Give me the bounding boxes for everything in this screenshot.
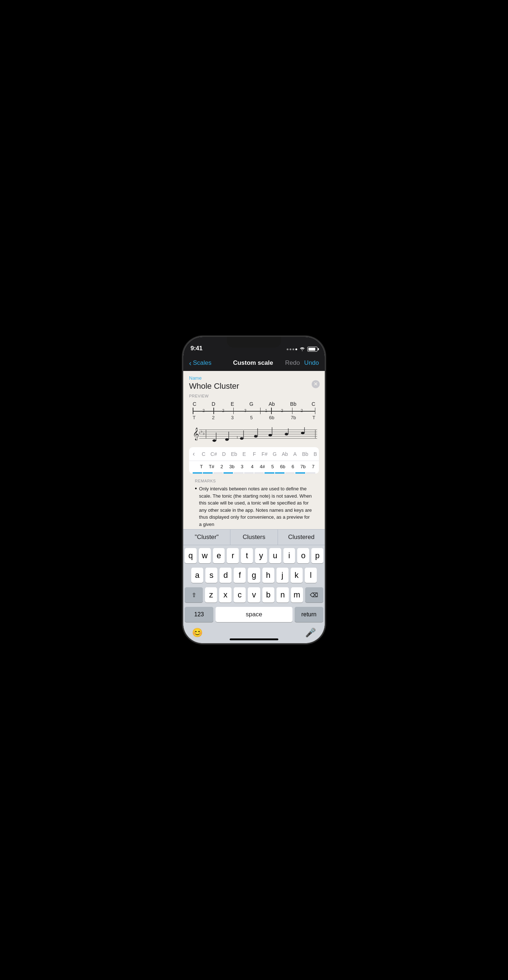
interval-3b[interactable]: 3b: [227, 461, 237, 472]
degree-6b: 6b: [269, 415, 274, 420]
note-Eb[interactable]: Eb: [229, 448, 239, 460]
key-b[interactable]: b: [262, 587, 274, 603]
backspace-button[interactable]: ⌫: [305, 587, 323, 603]
note-items: C C# D Eb E F F# G Ab A Bb B: [198, 448, 319, 460]
name-label: Name: [189, 375, 319, 381]
content-area: Name Whole Cluster ✕ PREVIEW C D E G Ab …: [183, 371, 325, 529]
key-j[interactable]: j: [276, 568, 289, 583]
back-button[interactable]: ‹ Scales: [189, 360, 221, 367]
note-A[interactable]: A: [290, 448, 300, 460]
note-G[interactable]: G: [270, 448, 280, 460]
key-l[interactable]: l: [305, 568, 317, 583]
svg-point-13: [225, 438, 229, 441]
key-z[interactable]: z: [205, 587, 217, 603]
staff-svg: 𝄞 ♭ ♭ ♭: [189, 423, 319, 445]
key-p[interactable]: p: [311, 548, 323, 563]
note-E[interactable]: E: [239, 448, 249, 460]
degree-T2: T: [313, 415, 315, 420]
interval-6[interactable]: 6: [288, 461, 298, 472]
note-D[interactable]: D: [219, 448, 229, 460]
key-i[interactable]: i: [283, 548, 295, 563]
autocomplete-bar: "Cluster" Clusters Clustered: [183, 529, 325, 545]
note-E: E: [231, 401, 234, 407]
key-o[interactable]: o: [297, 548, 309, 563]
status-time: 9:41: [190, 345, 202, 352]
key-s[interactable]: s: [205, 568, 217, 583]
note-B[interactable]: B: [310, 448, 319, 460]
key-y[interactable]: y: [255, 548, 267, 563]
interval-row: T T# 2 3b 3 4 4# 5 6b 6 7b 7: [189, 461, 319, 472]
svg-point-24: [301, 432, 305, 434]
interval-3[interactable]: 3: [237, 461, 247, 472]
svg-point-18: [254, 435, 258, 438]
key-u[interactable]: u: [269, 548, 281, 563]
note-Bb: Bb: [290, 401, 297, 407]
key-m[interactable]: m: [291, 587, 303, 603]
note-F[interactable]: F: [249, 448, 259, 460]
degree-3: 3: [231, 415, 234, 420]
key-a[interactable]: a: [191, 568, 203, 583]
key-e[interactable]: e: [213, 548, 225, 563]
key-h[interactable]: h: [262, 568, 274, 583]
return-button[interactable]: return: [295, 607, 323, 622]
indicator-7: [265, 472, 274, 474]
autocomplete-cluster-quoted[interactable]: "Cluster": [183, 530, 230, 545]
key-v[interactable]: v: [248, 587, 260, 603]
preview-section: PREVIEW C D E G Ab Bb C: [183, 394, 325, 529]
interval-4#[interactable]: 4#: [257, 461, 267, 472]
space-button[interactable]: space: [216, 607, 292, 622]
note-F#[interactable]: F#: [259, 448, 270, 460]
indicator-9: [285, 472, 295, 474]
nav-actions: Redo Undo: [285, 360, 319, 367]
numbers-button[interactable]: 123: [185, 607, 213, 622]
interval-5[interactable]: 5: [267, 461, 278, 472]
note-Ab[interactable]: Ab: [280, 448, 290, 460]
svg-point-16: [240, 437, 243, 439]
emoji-button[interactable]: 😊: [192, 628, 203, 638]
name-value[interactable]: Whole Cluster: [189, 382, 319, 391]
key-g[interactable]: g: [248, 568, 260, 583]
key-d[interactable]: d: [219, 568, 232, 583]
svg-text:♮: ♮: [237, 435, 238, 439]
note-C[interactable]: C: [198, 448, 209, 460]
key-r[interactable]: r: [227, 548, 239, 563]
interval-2[interactable]: 2: [217, 461, 227, 472]
interval-7b[interactable]: 7b: [298, 461, 308, 472]
note-Bb[interactable]: Bb: [300, 448, 310, 460]
shift-button[interactable]: ⇧: [185, 587, 203, 603]
home-indicator: [230, 638, 278, 640]
back-label: Scales: [193, 360, 211, 367]
remarks-text: • Only intervals between notes are used …: [195, 485, 313, 528]
name-section: Name Whole Cluster ✕: [183, 371, 325, 394]
redo-button[interactable]: Redo: [285, 360, 300, 367]
interval-T#[interactable]: T#: [206, 461, 217, 472]
microphone-button[interactable]: 🎤: [305, 628, 316, 638]
interval-T[interactable]: T: [196, 461, 206, 472]
undo-button[interactable]: Undo: [304, 360, 319, 367]
degree-5: 5: [250, 415, 252, 420]
key-t[interactable]: t: [241, 548, 253, 563]
interval-items: T T# 2 3b 3 4 4# 5 6b 6 7b 7: [196, 461, 318, 472]
indicator-0: [193, 472, 202, 474]
key-x[interactable]: x: [219, 587, 231, 603]
key-k[interactable]: k: [291, 568, 303, 583]
nav-title: Custom scale: [221, 360, 285, 367]
clear-name-button[interactable]: ✕: [312, 380, 320, 388]
note-selector-row: ‹ C C# D Eb E F F# G Ab A Bb: [189, 447, 319, 461]
prev-note-button[interactable]: ‹: [189, 447, 198, 461]
autocomplete-clusters[interactable]: Clusters: [230, 530, 278, 545]
key-w[interactable]: w: [199, 548, 211, 563]
note-selector: ‹ C C# D Eb E F F# G Ab A Bb: [189, 447, 319, 474]
note-C#[interactable]: C#: [209, 448, 219, 460]
interval-4[interactable]: 4: [247, 461, 257, 472]
note-G: G: [249, 401, 253, 407]
interval-7[interactable]: 7: [308, 461, 318, 472]
chevron-left-icon: ‹: [189, 360, 192, 367]
interval-6b[interactable]: 6b: [278, 461, 288, 472]
indicator-2: [213, 472, 223, 474]
key-q[interactable]: q: [185, 548, 197, 563]
key-c[interactable]: c: [234, 587, 246, 603]
autocomplete-clustered[interactable]: Clustered: [278, 530, 325, 545]
key-f[interactable]: f: [234, 568, 246, 583]
key-n[interactable]: n: [276, 587, 289, 603]
